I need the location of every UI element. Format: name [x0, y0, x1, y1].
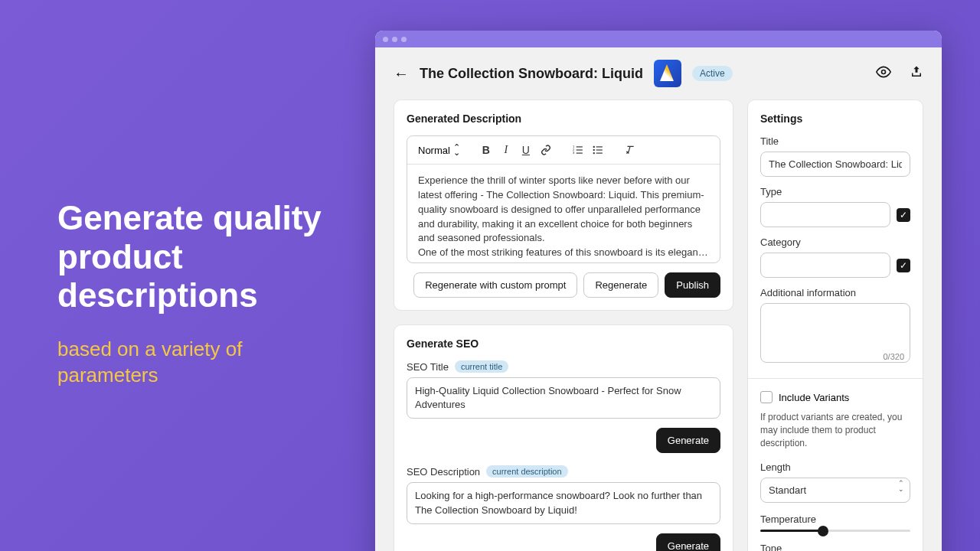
traffic-light-dot[interactable] [383, 37, 388, 42]
title-input[interactable] [760, 152, 910, 177]
type-input[interactable] [760, 202, 890, 227]
marketing-subline: based on a variety of parameters [57, 337, 348, 389]
generated-description-card: Generated Description Normal ⌃⌄ B I U [394, 99, 733, 311]
svg-point-0 [882, 70, 886, 73]
svg-point-7 [593, 146, 594, 148]
category-field-label: Category [760, 236, 910, 248]
svg-rect-12 [596, 153, 603, 154]
type-checkbox[interactable]: ✓ [897, 208, 910, 222]
seo-description-label: SEO Description current description [407, 465, 720, 478]
unordered-list-icon[interactable] [589, 141, 607, 159]
svg-text:3: 3 [573, 151, 575, 155]
length-field-label: Length [760, 461, 910, 473]
temperature-field-label: Temperature [760, 514, 910, 525]
title-field-label: Title [760, 135, 910, 147]
include-variants-checkbox[interactable]: Include Variants [760, 391, 910, 403]
marketing-headline: Generate quality product descriptions [57, 199, 348, 315]
svg-rect-1 [577, 146, 583, 147]
temperature-slider[interactable] [760, 530, 910, 532]
settings-title: Settings [760, 112, 910, 125]
italic-icon[interactable]: I [497, 141, 515, 159]
length-select[interactable]: Standart [760, 478, 910, 503]
seo-title-label: SEO Title current title [407, 360, 720, 373]
editor-content[interactable]: Experience the thrill of winter sports l… [407, 165, 720, 262]
sort-icon: ⌃⌄ [453, 145, 460, 155]
regenerate-button[interactable]: Regenerate [583, 272, 658, 298]
svg-rect-10 [596, 149, 603, 150]
variants-helper-text: If product variants are created, you may… [760, 411, 910, 449]
traffic-light-dot[interactable] [392, 37, 397, 42]
generate-seo-card: Generate SEO SEO Title current title Hig… [394, 324, 733, 551]
window-titlebar [375, 31, 942, 47]
preview-icon[interactable] [876, 64, 891, 83]
marketing-copy: Generate quality product descriptions ba… [57, 199, 348, 388]
paragraph-style-select[interactable]: Normal ⌃⌄ [415, 143, 463, 158]
back-arrow-icon[interactable]: ← [394, 65, 409, 83]
rich-text-editor: Normal ⌃⌄ B I U 123 [407, 135, 720, 263]
svg-rect-2 [577, 149, 583, 150]
app-window: ← The Collection Snowboard: Liquid Activ… [375, 31, 942, 551]
slider-thumb[interactable] [818, 526, 828, 536]
generate-seo-title-button[interactable]: Generate [656, 428, 720, 453]
card-title: Generated Description [407, 112, 720, 125]
bold-icon[interactable]: B [477, 141, 495, 159]
tone-field-label: Tone [760, 543, 910, 551]
category-input[interactable] [760, 253, 890, 278]
app-header: ← The Collection Snowboard: Liquid Activ… [375, 47, 942, 99]
svg-rect-3 [577, 153, 583, 154]
traffic-light-dot[interactable] [401, 37, 407, 42]
seo-description-input[interactable]: Looking for a high-performance snowboard… [407, 482, 720, 523]
category-checkbox[interactable]: ✓ [897, 259, 910, 272]
link-icon[interactable] [537, 141, 555, 159]
generate-seo-description-button[interactable]: Generate [656, 533, 720, 551]
char-count: 0/320 [883, 352, 904, 361]
editor-toolbar: Normal ⌃⌄ B I U 123 [407, 136, 720, 165]
publish-button[interactable]: Publish [665, 272, 720, 298]
regenerate-custom-button[interactable]: Regenerate with custom prompt [413, 272, 577, 298]
checkbox-icon [760, 391, 773, 403]
svg-rect-8 [596, 146, 603, 147]
product-thumbnail [654, 60, 681, 87]
share-icon[interactable] [910, 65, 923, 83]
underline-icon[interactable]: U [517, 141, 535, 159]
status-badge: Active [692, 66, 733, 81]
current-description-badge: current description [486, 465, 568, 478]
svg-point-9 [593, 149, 594, 151]
seo-title-input[interactable]: High-Quality Liquid Collection Snowboard… [407, 377, 720, 419]
clear-formatting-icon[interactable] [621, 141, 639, 159]
svg-point-11 [593, 152, 594, 154]
type-field-label: Type [760, 186, 910, 197]
current-title-badge: current title [455, 360, 508, 373]
additional-info-label: Additional information [760, 287, 910, 298]
card-title: Generate SEO [407, 337, 720, 350]
settings-card: Settings Title Type ✓ Category ✓ Additio… [747, 99, 923, 551]
ordered-list-icon[interactable]: 123 [569, 141, 587, 159]
page-title: The Collection Snowboard: Liquid [420, 66, 643, 82]
